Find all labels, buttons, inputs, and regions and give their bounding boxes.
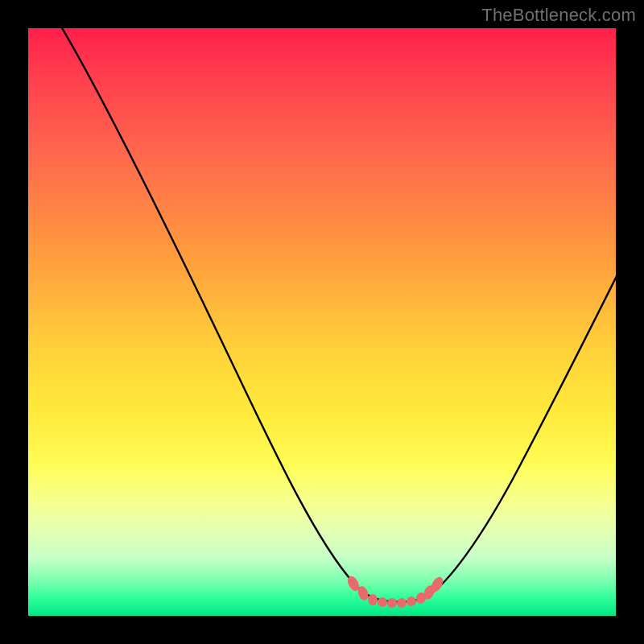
chart-frame: TheBottleneck.com (0, 0, 644, 644)
svg-point-5 (397, 598, 407, 608)
svg-point-6 (407, 597, 416, 606)
plot-area (28, 28, 616, 616)
bottom-marker-dots (345, 574, 445, 608)
watermark-text: TheBottleneck.com (481, 5, 636, 26)
bottleneck-curve-path (52, 28, 616, 602)
svg-point-3 (378, 597, 387, 607)
svg-point-2 (368, 594, 378, 605)
curve-layer (28, 28, 616, 616)
svg-point-4 (387, 598, 397, 608)
